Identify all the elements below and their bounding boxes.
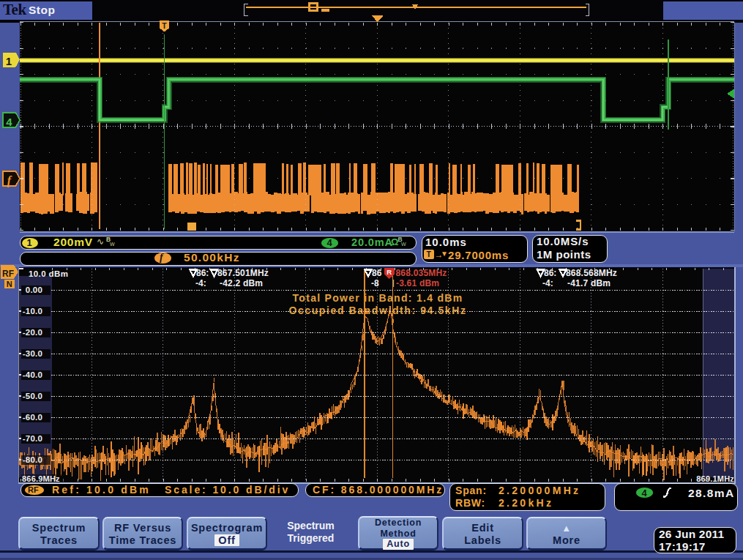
svg-text:1: 1 xyxy=(6,55,12,67)
svg-text:f: f xyxy=(7,174,12,187)
svg-text:4: 4 xyxy=(6,116,12,128)
svg-text:RF: RF xyxy=(2,269,14,279)
